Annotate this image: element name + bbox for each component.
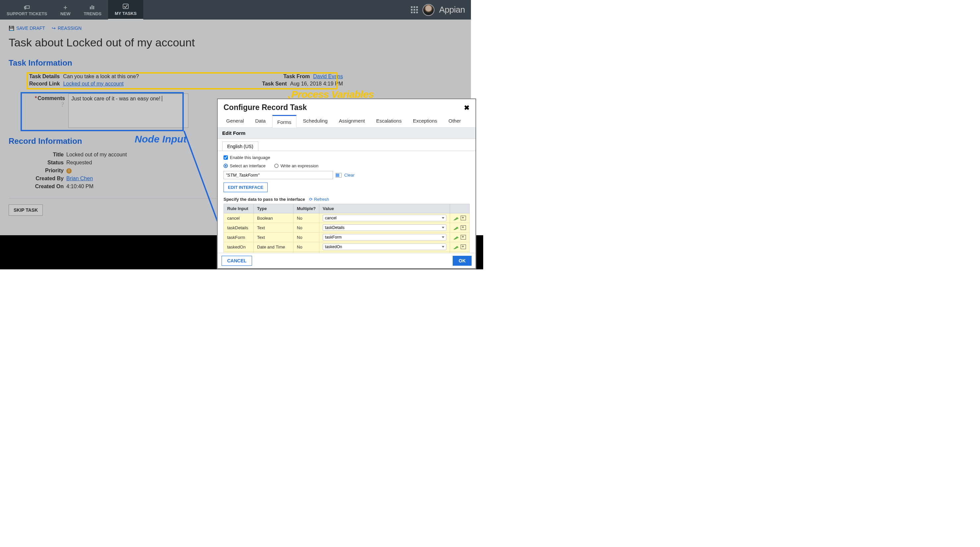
apps-grid-icon[interactable]: [411, 6, 418, 13]
enable-language-checkbox[interactable]: [224, 155, 228, 160]
save-icon: 💾: [9, 25, 14, 31]
cell-multiple: No: [293, 223, 319, 233]
cell-actions: [450, 223, 469, 233]
tab-data[interactable]: Data: [250, 115, 270, 127]
svg-rect-1: [92, 5, 92, 9]
close-icon[interactable]: ✖: [464, 104, 469, 112]
ok-button[interactable]: OK: [453, 256, 472, 266]
svg-rect-0: [90, 6, 91, 9]
value-select[interactable]: taskForm: [323, 234, 446, 241]
edit-icon[interactable]: [453, 225, 459, 230]
radio-write-label: Write an expression: [280, 163, 319, 168]
cell-type: Boolean: [254, 213, 293, 223]
clear-link[interactable]: Clear: [344, 173, 355, 178]
edit-icon[interactable]: [453, 216, 459, 220]
bar-chart-icon: [89, 4, 95, 10]
reassign-label: REASSIGN: [58, 25, 81, 31]
refresh-link[interactable]: ⟳ Refresh: [309, 197, 329, 202]
refresh-label: Refresh: [314, 197, 329, 202]
value-select[interactable]: taskedOn: [323, 244, 446, 250]
col-multiple: Multiple?: [293, 204, 319, 213]
status-label: Status: [29, 160, 66, 166]
value-select[interactable]: taskDetails: [323, 224, 446, 231]
plus-icon: ＋: [62, 4, 68, 10]
radio-icon: [274, 164, 278, 168]
tab-forms[interactable]: Forms: [272, 115, 296, 128]
check-icon: [123, 4, 129, 10]
cell-value: taskedOn: [319, 242, 450, 252]
cell-multiple: No: [293, 242, 319, 252]
col-rule-input: Rule Input: [224, 204, 254, 213]
edit-interface-button[interactable]: EDIT INTERFACE: [224, 182, 267, 192]
radio-select-interface[interactable]: Select an interface: [224, 163, 266, 168]
interface-name-input[interactable]: [224, 171, 333, 179]
tab-scheduling[interactable]: Scheduling: [299, 115, 332, 127]
warning-icon: !: [66, 168, 72, 174]
section-task-info-heading: Task Information: [9, 58, 462, 68]
tab-other[interactable]: Other: [444, 115, 466, 127]
add-icon[interactable]: [461, 235, 466, 239]
radio-write-expression[interactable]: Write an expression: [274, 163, 319, 168]
language-tab[interactable]: English (US): [222, 141, 258, 151]
priority-label: Priority: [29, 168, 66, 174]
tab-trends[interactable]: TRENDS: [77, 0, 108, 19]
cell-type: Text: [254, 233, 293, 242]
ticket-icon: 🏷: [24, 4, 30, 10]
skip-task-button[interactable]: SKIP TASK: [9, 205, 43, 216]
tab-label: TRENDS: [84, 11, 101, 16]
tab-general[interactable]: General: [221, 115, 248, 127]
blue-highlight-box: [21, 92, 184, 131]
tab-label: NEW: [60, 11, 70, 16]
cell-rule-input: taskedOn: [224, 242, 254, 252]
save-draft-link[interactable]: 💾 SAVE DRAFT: [9, 25, 45, 31]
edit-icon[interactable]: [453, 244, 459, 249]
cell-type: Text: [254, 223, 293, 233]
cell-type: Date and Time: [254, 242, 293, 252]
col-value: Value: [319, 204, 450, 213]
enable-language-label: Enable this language: [230, 155, 270, 160]
tab-label: SUPPORT TICKETS: [6, 11, 47, 16]
radio-select-label: Select an interface: [230, 163, 266, 168]
dialog-title: Configure Record Task: [224, 103, 307, 112]
dialog-tabs: General Data Forms Scheduling Assignment…: [218, 115, 476, 128]
specify-data-label: Specify the data to pass to the interfac…: [224, 197, 305, 202]
configure-record-task-dialog: Configure Record Task ✖ General Data For…: [217, 99, 476, 269]
cancel-button[interactable]: CANCEL: [221, 256, 252, 266]
save-draft-label: SAVE DRAFT: [16, 25, 45, 31]
annotation-node-input: Node Input: [135, 133, 187, 145]
refresh-icon: ⟳: [309, 197, 313, 202]
cell-value: cancel: [319, 213, 450, 223]
add-icon[interactable]: [461, 244, 466, 249]
created-by-label: Created By: [29, 176, 66, 182]
add-icon[interactable]: [461, 216, 466, 220]
title-label: Title: [29, 152, 66, 158]
tab-my-tasks[interactable]: MY TASKS: [108, 0, 143, 19]
top-nav: 🏷 SUPPORT TICKETS ＋ NEW TRENDS MY TASKS …: [0, 0, 471, 19]
page-title: Task about Locked out of my account: [9, 36, 462, 49]
rule-inputs-table: Rule Input Type Multiple? Value cancel B…: [224, 204, 469, 253]
edit-icon[interactable]: [453, 235, 459, 239]
tab-exceptions[interactable]: Exceptions: [408, 115, 442, 127]
table-row: taskForm Text No taskForm: [224, 233, 469, 242]
tab-label: MY TASKS: [115, 11, 137, 16]
cell-rule-input: cancel: [224, 213, 254, 223]
picker-icon[interactable]: [336, 173, 342, 178]
cell-rule-input: taskDetails: [224, 223, 254, 233]
cell-multiple: No: [293, 233, 319, 242]
cell-actions: [450, 213, 469, 223]
cell-multiple: No: [293, 213, 319, 223]
reassign-link[interactable]: ↪ REASSIGN: [52, 25, 81, 31]
cell-rule-input: taskForm: [224, 233, 254, 242]
tab-assignment[interactable]: Assignment: [334, 115, 369, 127]
value-select[interactable]: cancel: [323, 215, 446, 221]
created-by-link[interactable]: Brian Chen: [66, 176, 93, 181]
radio-icon: [224, 164, 228, 168]
cell-value: taskForm: [319, 233, 450, 242]
add-icon[interactable]: [461, 225, 466, 230]
brand-logo: Appian: [439, 5, 465, 15]
edit-form-label: Edit Form: [222, 130, 245, 136]
tab-support-tickets[interactable]: 🏷 SUPPORT TICKETS: [0, 0, 54, 19]
tab-new[interactable]: ＋ NEW: [54, 0, 77, 19]
avatar[interactable]: [423, 4, 434, 16]
tab-escalations[interactable]: Escalations: [371, 115, 406, 127]
